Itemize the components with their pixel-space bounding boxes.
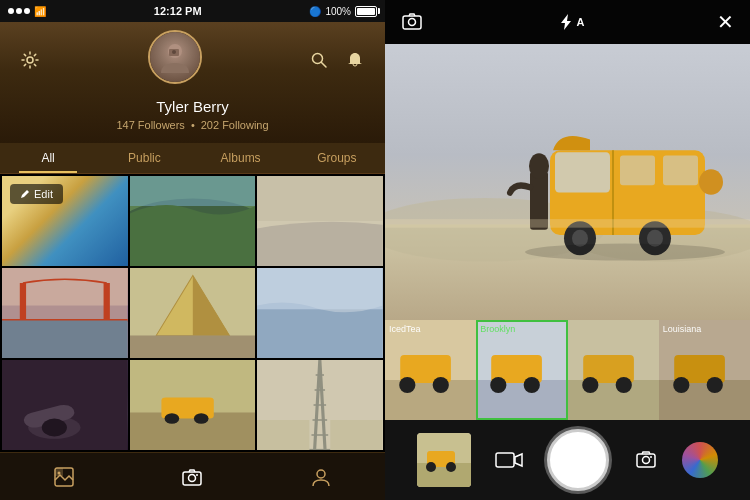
camera-tab-icon[interactable] [176,461,208,493]
photo-image-3 [257,176,383,266]
nav-tabs: All Public Albums Groups [0,143,385,174]
svg-rect-68 [476,380,567,420]
status-right: 🔵 100% [309,6,377,17]
svg-point-29 [164,413,179,424]
filter-brooklyn[interactable]: Brooklyn [476,320,567,420]
profile-header: Tyler Berry 147 Followers • 202 Followin… [0,22,385,143]
svg-rect-61 [385,219,750,227]
svg-rect-50 [555,152,610,192]
camera-switch-icon[interactable] [634,448,658,472]
bluetooth-icon: 🔵 [309,6,321,17]
flash-icon[interactable]: A [556,12,585,32]
wifi-icon: 📶 [34,6,46,17]
svg-point-90 [650,456,652,458]
main-photo-area [385,44,750,320]
close-icon[interactable]: ✕ [717,10,734,34]
svg-rect-52 [663,155,698,185]
svg-rect-33 [331,420,383,450]
edit-button[interactable]: Edit [10,184,63,204]
svg-rect-87 [496,453,514,467]
svg-rect-21 [257,268,383,309]
video-icon[interactable] [495,450,523,470]
svg-point-86 [446,462,456,472]
svg-rect-32 [257,420,309,450]
signal-dot-1 [8,8,14,14]
edit-label: Edit [34,188,53,200]
tab-albums[interactable]: Albums [193,143,289,173]
photo-cell-3[interactable] [257,176,383,266]
right-header: A ✕ [385,0,750,44]
left-panel: 📶 12:12 PM 🔵 100% [0,0,385,500]
photo-cell-2[interactable] [130,176,256,266]
photo-image-5 [130,268,256,358]
svg-point-89 [642,457,649,464]
battery-percent: 100% [325,6,351,17]
color-wheel-icon[interactable] [682,442,718,478]
photo-image-8 [130,360,256,450]
photo-cell-4[interactable] [2,268,128,358]
stats-separator: • [191,119,195,131]
battery-fill [357,8,375,15]
battery-icon [355,6,377,17]
photo-cell-9[interactable] [257,360,383,450]
notification-icon[interactable] [341,46,369,74]
svg-rect-63 [385,380,476,420]
svg-point-60 [525,244,725,261]
profile-info: Tyler Berry 147 Followers • 202 Followin… [16,98,369,131]
tab-all[interactable]: All [0,143,96,173]
shutter-button[interactable] [547,429,609,491]
filter-icedtea[interactable]: IcedTea [385,320,476,420]
bottom-bar [0,452,385,500]
signal-dots [8,8,30,14]
profile-tab-icon[interactable] [305,461,337,493]
svg-point-25 [42,419,67,437]
photo-image-9 [257,360,383,450]
svg-rect-73 [568,380,659,420]
gear-icon[interactable] [16,46,44,74]
svg-point-40 [317,470,325,478]
svg-point-42 [409,19,416,26]
svg-point-65 [399,377,415,393]
filter-louisiana-label: Louisiana [663,324,702,334]
svg-point-80 [673,377,689,393]
photo-cell-8[interactable] [130,360,256,450]
svg-point-76 [615,377,631,393]
avatar[interactable] [148,30,202,84]
filter-louisiana[interactable]: Louisiana [659,320,750,420]
photo-image-2 [130,176,256,266]
thumbnail-image [417,433,471,487]
gallery-icon[interactable] [48,461,80,493]
right-panel: A ✕ [385,0,750,500]
filter-3[interactable] [568,320,659,420]
signal-dot-3 [24,8,30,14]
camera-mode-icon[interactable] [401,11,423,33]
photo-cell-5[interactable] [130,268,256,358]
photo-grid: Edit [0,174,385,452]
svg-rect-51 [620,155,655,185]
search-icon[interactable] [305,46,333,74]
avatar-image [150,32,200,82]
svg-point-85 [426,462,436,472]
photo-cell-1[interactable]: Edit [2,176,128,266]
svg-rect-10 [130,176,256,206]
svg-line-5 [322,63,327,68]
tab-public[interactable]: Public [96,143,192,173]
svg-point-75 [582,377,598,393]
username: Tyler Berry [156,98,229,115]
svg-rect-15 [2,321,128,359]
photo-cell-6[interactable] [257,268,383,358]
photo-image-7 [2,360,128,450]
header-icons [16,30,369,90]
svg-point-3 [172,50,176,54]
svg-point-48 [529,153,549,178]
svg-rect-78 [659,380,750,420]
filter-strip: IcedTea Brooklyn [385,320,750,420]
svg-point-0 [27,57,33,63]
tab-groups[interactable]: Groups [289,143,385,173]
photo-image-4 [2,268,128,358]
last-photo-thumbnail[interactable] [417,433,471,487]
svg-point-30 [194,413,209,424]
status-time: 12:12 PM [154,5,202,17]
photo-cell-7[interactable] [2,360,128,450]
svg-point-66 [433,377,449,393]
